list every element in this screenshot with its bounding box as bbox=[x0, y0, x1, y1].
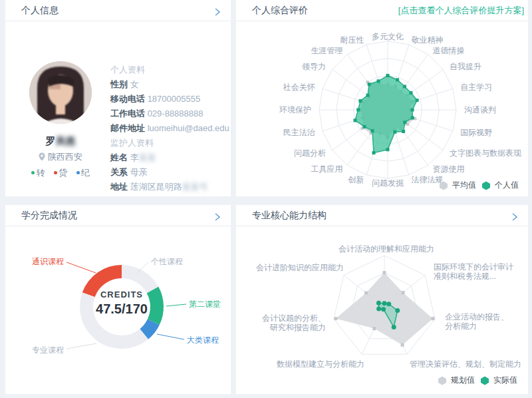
row-workphone: 工作电话 029-88888888 bbox=[110, 106, 229, 121]
legend-actual: 实际值 bbox=[480, 375, 517, 386]
student-name: 罗美惠 bbox=[5, 135, 116, 148]
student-dashboard: 个人信息 bbox=[0, 0, 532, 398]
credits-header: 学分完成情况 bbox=[5, 205, 231, 226]
svg-text:资源使用: 资源使用 bbox=[433, 164, 465, 174]
svg-text:管理决策评估、规划、制定能力: 管理决策评估、规划、制定能力 bbox=[410, 359, 521, 369]
svg-text:文字图表与数据表现: 文字图表与数据表现 bbox=[450, 148, 522, 158]
radar-chart-evaluation: 多元文化敬业精神道德情操自我提升自主学习沟通谈判国际视野文字图表与数据表现资源使… bbox=[236, 21, 528, 196]
personal-info-header: 个人信息 bbox=[5, 0, 231, 21]
svg-text:数据模型建立与分析能力: 数据模型建立与分析能力 bbox=[277, 359, 364, 369]
donut-label-第二课堂: 第二课堂 bbox=[189, 299, 221, 309]
student-avatar bbox=[29, 61, 92, 124]
row-guardian-relation: 关系 母亲 bbox=[110, 165, 229, 180]
tag-transfer: 转 bbox=[31, 168, 45, 178]
svg-text:生涯管理: 生涯管理 bbox=[311, 46, 342, 55]
donut-label-专业课程: 专业课程 bbox=[32, 345, 64, 355]
radar-chart-competency: 会计活动的理解和应用能力国际环境下的会计审计准则和税务法规...企业活动的报告、… bbox=[236, 226, 528, 394]
student-location: 陕西西安 bbox=[5, 151, 116, 163]
panel-title: 学分完成情况 bbox=[5, 210, 77, 222]
svg-text:沟通谈判: 沟通谈判 bbox=[464, 105, 496, 114]
donut-label-通识课程: 通识课程 bbox=[32, 257, 64, 266]
donut-label-大类课程: 大类课程 bbox=[187, 335, 219, 345]
svg-text:自我提升: 自我提升 bbox=[450, 62, 481, 71]
panel-competency: 专业核心能力结构 会计活动的理解和应用能力国际环境下的会计审计准则和税务法规..… bbox=[236, 205, 528, 394]
row-guardian-name: 姓名 李某某 bbox=[110, 150, 229, 165]
green-dot-icon bbox=[31, 171, 35, 174]
row-guardian-address: 地址 莲湖区昆明路某某号 bbox=[110, 180, 229, 194]
svg-text:问题分析: 问题分析 bbox=[294, 148, 326, 158]
panel-evaluation: 个人综合评价 [点击查看个人综合评价提升方案] 多元文化敬业精神道德情操自我提升… bbox=[236, 0, 528, 196]
legend-personal: 个人值 bbox=[481, 180, 519, 191]
panel-personal-info: 个人信息 bbox=[5, 0, 231, 196]
section-header-personal: 个人资料 bbox=[110, 63, 229, 77]
panel-title: 个人综合评价 bbox=[236, 5, 308, 17]
svg-text:国际环境下的会计审计准则和税务法规...: 国际环境下的会计审计准则和税务法规... bbox=[434, 262, 513, 281]
legend-planned: 规划值 bbox=[438, 375, 475, 386]
personal-detail-list: 个人资料 性别 女 移动电话 18700005555 工作电话 029-8888… bbox=[110, 63, 229, 194]
student-tags: 转 贷 纪 bbox=[5, 167, 116, 179]
svg-text:工具应用: 工具应用 bbox=[311, 164, 342, 174]
svg-text:多元文化: 多元文化 bbox=[372, 32, 404, 41]
svg-text:创新: 创新 bbox=[347, 175, 364, 184]
svg-text:国际视野: 国际视野 bbox=[460, 128, 492, 137]
svg-text:敬业精神: 敬业精神 bbox=[412, 35, 444, 45]
legend-average: 平均值 bbox=[439, 180, 476, 191]
hexagon-gray-icon bbox=[438, 376, 447, 385]
svg-text:民主法治: 民主法治 bbox=[283, 128, 315, 137]
svg-text:社会关怀: 社会关怀 bbox=[283, 83, 315, 92]
improvement-plan-link[interactable]: [点击查看个人综合评价提升方案] bbox=[398, 5, 524, 17]
tag-loan: 贷 bbox=[54, 168, 67, 178]
svg-text:环境保护: 环境保护 bbox=[279, 105, 311, 114]
donut-label-个性课程: 个性课程 bbox=[150, 257, 183, 266]
svg-text:会计活动的理解和应用能力: 会计活动的理解和应用能力 bbox=[338, 244, 434, 254]
row-email: 邮件地址 luomeihui@daed.edu bbox=[110, 121, 229, 136]
svg-text:会计议题的分析、研究和报告能力: 会计议题的分析、研究和报告能力 bbox=[262, 313, 326, 332]
evaluation-legend: 平均值 个人值 bbox=[439, 180, 519, 191]
svg-text:问题发掘: 问题发掘 bbox=[372, 178, 404, 188]
section-header-guardian: 监护人资料 bbox=[110, 136, 229, 150]
panel-title: 个人信息 bbox=[5, 5, 59, 17]
svg-text:企业活动的报告、分析能力: 企业活动的报告、分析能力 bbox=[445, 312, 509, 331]
tag-discipline: 纪 bbox=[76, 168, 90, 178]
hexagon-gray-icon bbox=[439, 181, 448, 190]
svg-text:道德情操: 道德情操 bbox=[433, 46, 465, 55]
svg-text:会计进阶知识的应用能力: 会计进阶知识的应用能力 bbox=[256, 263, 344, 272]
hexagon-green-icon bbox=[480, 376, 489, 385]
chevron-right-icon[interactable] bbox=[512, 212, 517, 224]
hexagon-green-icon bbox=[481, 181, 491, 190]
student-name-masked: 美惠 bbox=[56, 135, 76, 146]
row-gender: 性别 女 bbox=[110, 77, 229, 92]
red-dot-icon bbox=[54, 171, 57, 174]
chevron-right-icon[interactable] bbox=[215, 212, 220, 224]
competency-legend: 规划值 实际值 bbox=[438, 375, 517, 386]
panel-credits: 学分完成情况 通识课程个性课程第二课堂大类课程专业课程 CREDITS 47.5… bbox=[5, 205, 231, 394]
svg-text:耐压性: 耐压性 bbox=[340, 35, 364, 45]
panel-title: 专业核心能力结构 bbox=[236, 210, 327, 222]
chevron-right-icon[interactable] bbox=[215, 7, 220, 19]
credits-center-text: CREDITS 47.5/170 bbox=[74, 290, 170, 317]
competency-header: 专业核心能力结构 bbox=[236, 205, 528, 226]
blue-dot-icon bbox=[76, 171, 80, 174]
svg-text:自主学习: 自主学习 bbox=[460, 83, 492, 92]
evaluation-header: 个人综合评价 [点击查看个人综合评价提升方案] bbox=[236, 0, 528, 21]
row-mobile: 移动电话 18700005555 bbox=[110, 92, 229, 106]
svg-text:领导力: 领导力 bbox=[301, 62, 326, 71]
location-pin-icon bbox=[39, 152, 45, 162]
